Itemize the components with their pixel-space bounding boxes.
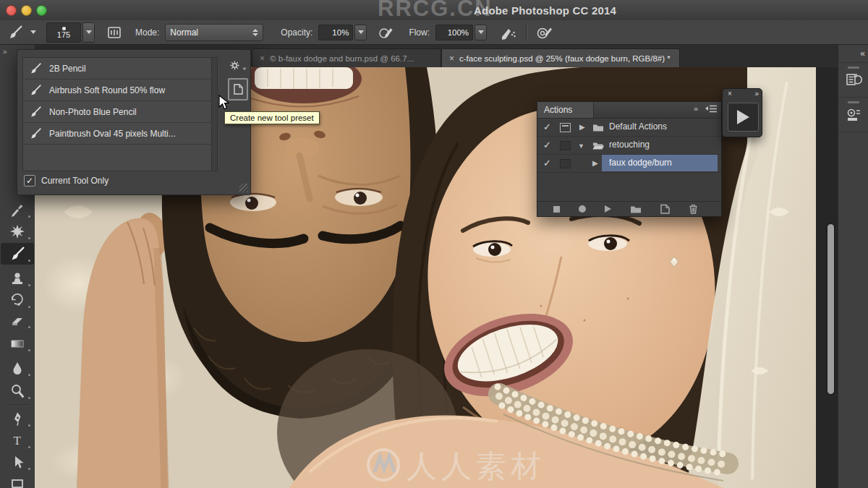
play-action-button[interactable] [728, 103, 759, 132]
include-check-icon[interactable]: ✓ [543, 121, 551, 132]
mode-value: Normal [170, 27, 198, 38]
panel-collapse-icon[interactable]: » [694, 104, 698, 113]
app-title: Adobe Photoshop CC 2014 [474, 4, 616, 17]
toolbar-separator [6, 405, 29, 406]
brush-tool-preset-icon[interactable] [6, 24, 25, 41]
opacity-pressure-icon[interactable] [378, 25, 394, 40]
panel-resize-grip[interactable] [239, 184, 248, 192]
tooltip: Create new tool preset [224, 111, 320, 124]
preset-label: 2B Pencil [49, 64, 86, 74]
preset-dropdown-arrow[interactable] [30, 30, 36, 34]
pen-tool[interactable] [1, 408, 34, 429]
brush-size-dropdown[interactable] [82, 22, 95, 43]
current-tool-only-label: Current Tool Only [41, 176, 109, 186]
brush-tool[interactable] [1, 243, 34, 265]
preset-list-scrollbar[interactable] [211, 58, 217, 171]
dock-properties-panel-button[interactable] [838, 97, 868, 130]
preset-label: Paintbrush Oval 45 pixels Multi... [49, 129, 176, 139]
close-tab-icon[interactable]: × [260, 54, 265, 63]
action-row-faux-dodge-burn[interactable]: ✓ ▶ faux dodge/burn [537, 155, 721, 173]
dialog-toggle-box[interactable] [560, 159, 571, 168]
preset-item[interactable]: Non-Photo Blue Pencil [23, 101, 217, 123]
airbrush-icon[interactable] [500, 25, 517, 40]
svg-text:T: T [14, 434, 22, 448]
gear-dropdown-arrow [242, 68, 247, 71]
mouse-cursor [218, 95, 230, 114]
expand-arrow-icon[interactable]: ▶ [579, 123, 585, 131]
record-icon[interactable] [579, 205, 586, 213]
close-tab-icon[interactable]: × [449, 54, 454, 63]
rectangle-shape-tool[interactable] [1, 473, 34, 488]
collapse-arrow-icon[interactable]: ▼ [578, 142, 584, 150]
opacity-label: Opacity: [281, 27, 312, 38]
gradient-tool[interactable] [1, 333, 34, 354]
close-icon[interactable]: × [728, 90, 732, 98]
action-row-retouching[interactable]: ✓ ▼ retouching [537, 137, 721, 155]
delete-trash-icon[interactable] [689, 204, 698, 214]
minimize-window-button[interactable] [21, 5, 32, 16]
include-check-icon[interactable]: ✓ [543, 140, 551, 150]
tab-label: © b-faux dodge and burn.psd @ 66.7... [270, 54, 414, 63]
mode-select[interactable]: Normal [165, 24, 263, 41]
panel-dock: « [838, 45, 868, 488]
preset-item[interactable]: Airbrush Soft Round 50% flow [23, 80, 217, 101]
preset-item[interactable]: Paintbrush Oval 45 pixels Multi... [23, 123, 217, 145]
options-separator [526, 24, 527, 41]
new-action-icon[interactable] [660, 204, 670, 214]
clone-stamp-tool[interactable] [1, 267, 34, 289]
flow-dropdown[interactable] [475, 25, 487, 40]
current-tool-only-checkbox[interactable]: ✓ [24, 175, 35, 187]
type-tool[interactable]: T [1, 429, 34, 451]
tool-preset-list: 2B Pencil Airbrush Soft Round 50% flow N… [22, 57, 218, 171]
preset-panel-menu-button[interactable] [229, 60, 247, 71]
document-tab[interactable]: × © b-faux dodge and burn.psd @ 66.7... [252, 48, 441, 67]
dialog-toggle-box[interactable] [560, 141, 571, 150]
history-panel-icon [845, 71, 862, 88]
dialog-toggle-icon[interactable] [560, 123, 571, 132]
dock-history-panel-button[interactable] [838, 62, 868, 95]
brush-size-value: 175 [57, 31, 70, 38]
panel-menu-icon[interactable] [705, 105, 717, 113]
brush-size-preview[interactable]: 175 [46, 22, 81, 43]
stop-icon[interactable] [553, 206, 560, 213]
mode-label: Mode: [135, 27, 159, 38]
canvas-vertical-scrollbar[interactable] [827, 224, 834, 394]
spot-healing-brush-tool[interactable] [1, 221, 34, 242]
close-window-button[interactable] [6, 5, 17, 16]
dock-collapse-icon[interactable]: « [860, 48, 864, 59]
flow-label: Flow: [409, 27, 430, 38]
eraser-tool[interactable] [1, 309, 34, 331]
action-set-label: Default Actions [609, 121, 667, 132]
include-check-icon[interactable]: ✓ [543, 158, 551, 168]
action-row-default-actions[interactable]: ✓ ▶ Default Actions [537, 119, 721, 137]
history-brush-tool[interactable] [1, 289, 34, 311]
zoom-window-button[interactable] [36, 5, 47, 16]
expand-arrow-icon[interactable]: ▶ [592, 159, 598, 167]
actions-panel-tab[interactable]: Actions [537, 102, 594, 118]
collapse-icon[interactable]: » [754, 90, 757, 98]
brush-preset-icon [29, 62, 42, 75]
eyedropper-tool[interactable] [1, 199, 34, 221]
actions-panel-header: Actions » [537, 102, 721, 119]
flow-value[interactable]: 100% [435, 25, 473, 40]
create-new-tool-preset-button[interactable] [228, 78, 248, 100]
dodge-tool[interactable] [1, 380, 34, 402]
play-icon[interactable] [605, 205, 611, 213]
brush-tip-dot [62, 27, 66, 30]
photoshop-window: Adobe Photoshop CC 2014 RRCG.CN 175 Mode… [0, 0, 868, 488]
blur-tool[interactable] [1, 357, 34, 379]
size-pressure-icon[interactable] [536, 25, 553, 40]
preset-item[interactable]: 2B Pencil [23, 58, 217, 80]
actions-button-mode-panel: × » [722, 88, 762, 137]
new-preset-page-icon [234, 84, 243, 95]
document-tab-active[interactable]: × c-face sculpting.psd @ 25% (faux dodge… [441, 48, 680, 67]
opacity-dropdown[interactable] [354, 25, 367, 40]
opacity-value[interactable]: 10% [318, 25, 353, 40]
path-select-tool[interactable] [1, 451, 34, 473]
new-set-folder-icon[interactable] [630, 205, 642, 213]
preset-label: Airbrush Soft Round 50% flow [49, 85, 165, 95]
current-tool-only-control[interactable]: ✓ Current Tool Only [24, 175, 109, 187]
actions-bottom-toolbar [537, 201, 721, 216]
toggle-brush-panel-icon[interactable] [106, 25, 122, 40]
toolbar-collapse-icon[interactable]: » [3, 48, 7, 56]
